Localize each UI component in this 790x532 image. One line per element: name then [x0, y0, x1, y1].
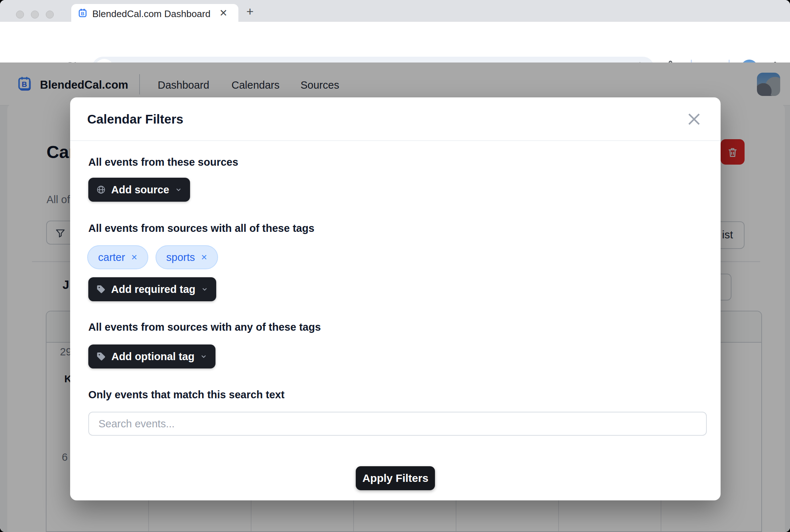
add-required-tag-label: Add required tag — [111, 283, 196, 295]
modal-close-icon[interactable] — [684, 109, 704, 129]
remove-tag-icon[interactable]: × — [131, 252, 137, 262]
add-optional-tag-button[interactable]: Add optional tag — [88, 344, 215, 368]
tag-icon — [96, 284, 106, 294]
tag-label: sports — [166, 251, 195, 263]
globe-icon — [96, 185, 106, 195]
tag-label: carter — [98, 251, 125, 263]
search-events-input[interactable] — [88, 412, 707, 436]
tab-strip: B BlendedCal.com Dashboard ✕ + — [0, 0, 790, 22]
search-section-label: Only events that match this search text — [88, 389, 285, 401]
tab-close-icon[interactable]: ✕ — [219, 7, 227, 19]
tag-pill-sports: sports × — [156, 245, 218, 269]
tag-pill-carter: carter × — [87, 245, 148, 269]
tag-icon — [96, 351, 106, 362]
traffic-light-zoom[interactable] — [46, 11, 54, 19]
browser-toolbar: localhost:3000/calendars/carters-sports-… — [0, 22, 790, 63]
modal-header: Calendar Filters — [70, 97, 721, 141]
chevron-down-icon — [200, 352, 207, 360]
chevron-down-icon — [175, 186, 182, 194]
new-tab-button[interactable]: + — [246, 4, 254, 19]
add-optional-tag-label: Add optional tag — [111, 351, 194, 363]
modal-title: Calendar Filters — [87, 112, 184, 126]
required-tags-section-label: All events from sources with all of thes… — [88, 222, 314, 234]
traffic-light-close[interactable] — [16, 11, 24, 19]
sources-section-label: All events from these sources — [88, 156, 238, 168]
add-source-label: Add source — [111, 184, 169, 196]
optional-tags-section-label: All events from sources with any of thes… — [88, 321, 321, 333]
calendar-filters-modal: Calendar Filters All events from these s… — [70, 97, 721, 500]
browser-window: B BlendedCal.com Dashboard ✕ + localhost… — [0, 0, 790, 532]
add-source-button[interactable]: Add source — [88, 178, 190, 202]
traffic-light-minimize[interactable] — [31, 11, 39, 19]
chevron-down-icon — [201, 285, 208, 293]
svg-text:B: B — [81, 11, 85, 16]
required-tags-row: carter × sports × — [87, 245, 218, 269]
apply-filters-button[interactable]: Apply Filters — [356, 466, 435, 490]
add-required-tag-button[interactable]: Add required tag — [88, 277, 216, 301]
browser-tab[interactable]: B BlendedCal.com Dashboard ✕ — [71, 4, 238, 22]
tab-title: BlendedCal.com Dashboard — [92, 8, 210, 20]
remove-tag-icon[interactable]: × — [201, 252, 207, 262]
blendedcal-favicon-icon: B — [78, 8, 88, 18]
